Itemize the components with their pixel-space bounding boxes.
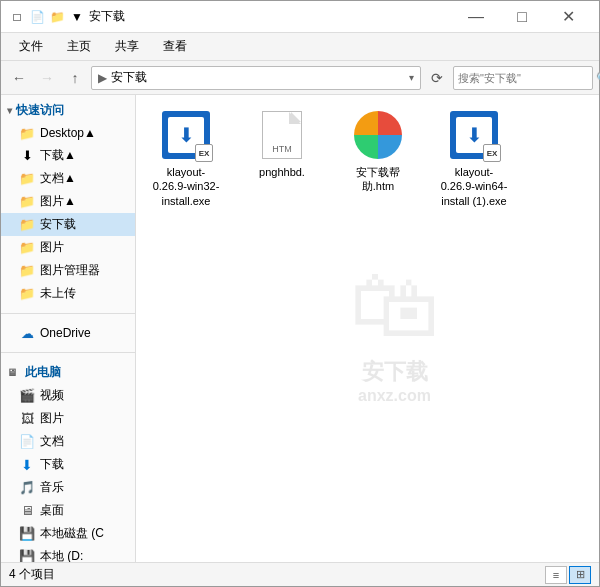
sidebar-images-label: 图片 xyxy=(40,239,64,256)
search-input[interactable] xyxy=(458,72,596,84)
pc-download-icon: ⬇ xyxy=(19,457,35,473)
music-icon: 🎵 xyxy=(19,480,35,496)
sidebar-divider-1 xyxy=(1,313,135,314)
file-item-2[interactable]: 安下载帮助.htm xyxy=(338,105,418,198)
breadcrumb-text: 安下载 xyxy=(111,69,409,86)
sidebar-item-images[interactable]: 📁 图片 xyxy=(1,236,135,259)
exe-icon-3: ⬇ EX xyxy=(450,111,498,159)
folder-icon[interactable]: 📁 xyxy=(49,9,65,25)
pictures-folder-icon: 📁 xyxy=(19,194,35,210)
main-area: ▾ 快速访问 📁 Desktop▲ ⬇ 下载▲ 📁 文档▲ 📁 图片▲ xyxy=(1,95,599,562)
back-button[interactable]: ← xyxy=(7,66,31,90)
view-list-button[interactable]: ≡ xyxy=(545,566,567,584)
sidebar-pictures-label: 图片▲ xyxy=(40,193,76,210)
file-label-1: pnghhbd. xyxy=(259,165,305,179)
status-count: 4 个项目 xyxy=(9,566,545,583)
sidebar-item-pc-pictures[interactable]: 🖼 图片 xyxy=(1,407,135,430)
view-grid-button[interactable]: ⊞ xyxy=(569,566,591,584)
sidebar-unuploaded-label: 未上传 xyxy=(40,285,76,302)
address-chevron-icon[interactable]: ▾ xyxy=(409,72,414,83)
this-pc-label: 此电脑 xyxy=(25,364,61,381)
watermark: 🛍 安下载 anxz.com xyxy=(350,253,440,404)
sidebar-anxz-label: 安下载 xyxy=(40,216,76,233)
sidebar-documents-label: 文档▲ xyxy=(40,170,76,187)
view-buttons: ≡ ⊞ xyxy=(545,566,591,584)
menu-file[interactable]: 文件 xyxy=(9,34,53,59)
sidebar-image-manager-label: 图片管理器 xyxy=(40,262,100,279)
images-folder-icon: 📁 xyxy=(19,240,35,256)
up-button[interactable]: ↑ xyxy=(63,66,87,90)
exe-icon-0: ⬇ EX xyxy=(162,111,210,159)
file-icon-0: ⬇ EX xyxy=(160,109,212,161)
new-doc-icon[interactable]: 📄 xyxy=(29,9,45,25)
quick-access-icon[interactable]: □ xyxy=(9,9,25,25)
sidebar-item-pc-download[interactable]: ⬇ 下载 xyxy=(1,453,135,476)
exe-badge-3: EX xyxy=(483,144,501,162)
sidebar-item-pc-documents[interactable]: 📄 文档 xyxy=(1,430,135,453)
drive-d-icon: 💾 xyxy=(19,549,35,563)
forward-button[interactable]: → xyxy=(35,66,59,90)
sidebar-divider-2 xyxy=(1,352,135,353)
quick-access-arrow: ▾ xyxy=(7,105,12,116)
sidebar-item-pictures[interactable]: 📁 图片▲ xyxy=(1,190,135,213)
sidebar-item-drive-c[interactable]: 💾 本地磁盘 (C xyxy=(1,522,135,545)
watermark-sitename: 安下载 xyxy=(350,356,440,386)
sidebar-item-documents[interactable]: 📁 文档▲ xyxy=(1,167,135,190)
this-pc-arrow: 🖥 xyxy=(7,367,17,378)
file-label-0: klayout-0.26.9-win32-install.exe xyxy=(150,165,222,208)
status-bar: 4 个项目 ≡ ⊞ xyxy=(1,562,599,586)
file-icon-2 xyxy=(352,109,404,161)
file-label-2: 安下载帮助.htm xyxy=(342,165,414,194)
menu-home[interactable]: 主页 xyxy=(57,34,101,59)
file-icon-3: ⬇ EX xyxy=(448,109,500,161)
sidebar-item-drive-d[interactable]: 💾 本地 (D: xyxy=(1,545,135,562)
quick-access-header[interactable]: ▾ 快速访问 xyxy=(1,99,135,122)
watermark-url: anxz.com xyxy=(350,386,440,404)
sidebar-item-pc-desktop[interactable]: 🖥 桌面 xyxy=(1,499,135,522)
search-box: 🔍 xyxy=(453,66,593,90)
this-pc-section: 🖥 此电脑 🎬 视频 🖼 图片 📄 文档 ⬇ 下载 xyxy=(1,357,135,562)
sidebar-item-download[interactable]: ⬇ 下载▲ xyxy=(1,144,135,167)
sidebar-desktop-label: Desktop▲ xyxy=(40,126,96,140)
sidebar-item-unuploaded[interactable]: 📁 未上传 xyxy=(1,282,135,305)
sidebar-item-onedrive[interactable]: ☁ OneDrive xyxy=(1,322,135,344)
sidebar-download-label: 下载▲ xyxy=(40,147,76,164)
sidebar-music-label: 音乐 xyxy=(40,479,64,496)
sidebar-item-image-manager[interactable]: 📁 图片管理器 xyxy=(1,259,135,282)
sidebar-item-music[interactable]: 🎵 音乐 xyxy=(1,476,135,499)
dropdown-icon[interactable]: ▼ xyxy=(69,9,85,25)
file-item-1[interactable]: HTM pnghhbd. xyxy=(242,105,322,183)
menu-share[interactable]: 共享 xyxy=(105,34,149,59)
colorapp-icon-2 xyxy=(354,111,402,159)
maximize-button[interactable]: □ xyxy=(499,1,545,33)
search-icon[interactable]: 🔍 xyxy=(596,71,600,85)
desktop-folder-icon: 📁 xyxy=(19,125,35,141)
quick-access-label: 快速访问 xyxy=(16,102,64,119)
download-folder-icon: ⬇ xyxy=(19,148,35,164)
image-manager-icon: 📁 xyxy=(19,263,35,279)
sidebar-item-anxz[interactable]: 📁 安下载 xyxy=(1,213,135,236)
anxz-folder-icon: 📁 xyxy=(19,217,35,233)
drive-c-icon: 💾 xyxy=(19,526,35,542)
documents-folder-icon: 📁 xyxy=(19,171,35,187)
file-item-0[interactable]: ⬇ EX klayout-0.26.9-win32-install.exe xyxy=(146,105,226,212)
explorer-window: □ 📄 📁 ▼ 安下载 — □ ✕ 文件 主页 共享 查看 ← → ↑ ▶ 安下… xyxy=(0,0,600,587)
sidebar-item-desktop[interactable]: 📁 Desktop▲ xyxy=(1,122,135,144)
close-button[interactable]: ✕ xyxy=(545,1,591,33)
refresh-button[interactable]: ⟳ xyxy=(425,66,449,90)
window-controls: — □ ✕ xyxy=(453,1,591,33)
minimize-button[interactable]: — xyxy=(453,1,499,33)
pc-desktop-icon: 🖥 xyxy=(19,503,35,519)
sidebar-item-video[interactable]: 🎬 视频 xyxy=(1,384,135,407)
window-title: 安下载 xyxy=(89,8,453,25)
address-field[interactable]: ▶ 安下载 ▾ xyxy=(91,66,421,90)
menu-view[interactable]: 查看 xyxy=(153,34,197,59)
file-label-3: klayout-0.26.9-win64-install (1).exe xyxy=(438,165,510,208)
onedrive-section: ☁ OneDrive xyxy=(1,318,135,348)
file-item-3[interactable]: ⬇ EX klayout-0.26.9-win64-install (1).ex… xyxy=(434,105,514,212)
unuploaded-folder-icon: 📁 xyxy=(19,286,35,302)
sidebar-drive-d-label: 本地 (D: xyxy=(40,548,83,562)
this-pc-header[interactable]: 🖥 此电脑 xyxy=(1,361,135,384)
file-icon-1: HTM xyxy=(256,109,308,161)
pc-pictures-icon: 🖼 xyxy=(19,411,35,427)
